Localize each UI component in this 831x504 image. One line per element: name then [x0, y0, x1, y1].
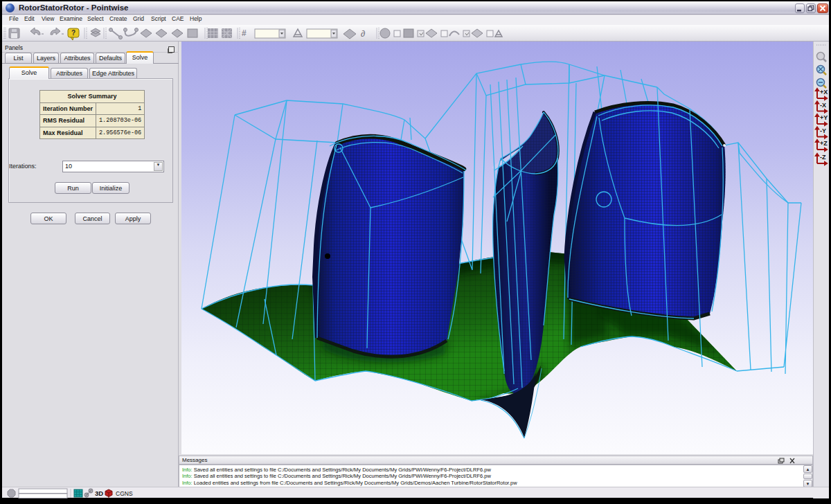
svg-text:-X: -X — [820, 102, 826, 109]
svg-text:3D: 3D — [95, 489, 103, 497]
svg-text:-Y: -Y — [820, 127, 826, 134]
svg-text:CGNS: CGNS — [116, 490, 133, 497]
svg-text:+X: +X — [820, 89, 828, 96]
svg-text:-Z: -Z — [820, 154, 826, 161]
svg-text:?: ? — [71, 29, 75, 37]
svg-text:∂: ∂ — [361, 28, 365, 39]
svg-text:#: # — [242, 28, 247, 38]
svg-text:+Z: +Z — [820, 140, 828, 147]
svg-text:+Y: +Y — [820, 114, 828, 121]
